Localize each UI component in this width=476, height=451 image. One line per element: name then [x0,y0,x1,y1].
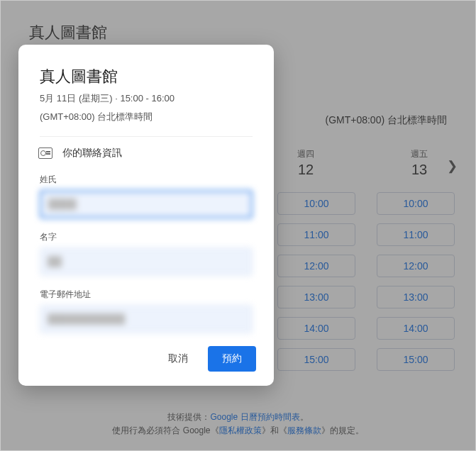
booking-modal: 真人圖書館 5月 11日 (星期三) · 15:00 - 16:00 (GMT+… [18,45,274,386]
firstname-label: 名字 [40,231,253,243]
modal-datetime: 5月 11日 (星期三) · 15:00 - 16:00 [40,91,253,106]
cancel-button[interactable]: 取消 [154,346,202,372]
email-label: 電子郵件地址 [40,289,253,301]
submit-button[interactable]: 預約 [208,346,256,372]
lastname-label: 姓氏 [40,174,253,186]
firstname-input[interactable] [40,247,253,276]
contact-heading: 你的聯絡資訊 [62,147,122,160]
email-input[interactable] [40,305,253,333]
modal-timezone: (GMT+08:00) 台北標準時間 [40,110,253,124]
lastname-input[interactable] [40,190,253,218]
divider [40,136,253,137]
contact-card-icon [38,147,52,159]
modal-title: 真人圖書館 [40,66,253,87]
